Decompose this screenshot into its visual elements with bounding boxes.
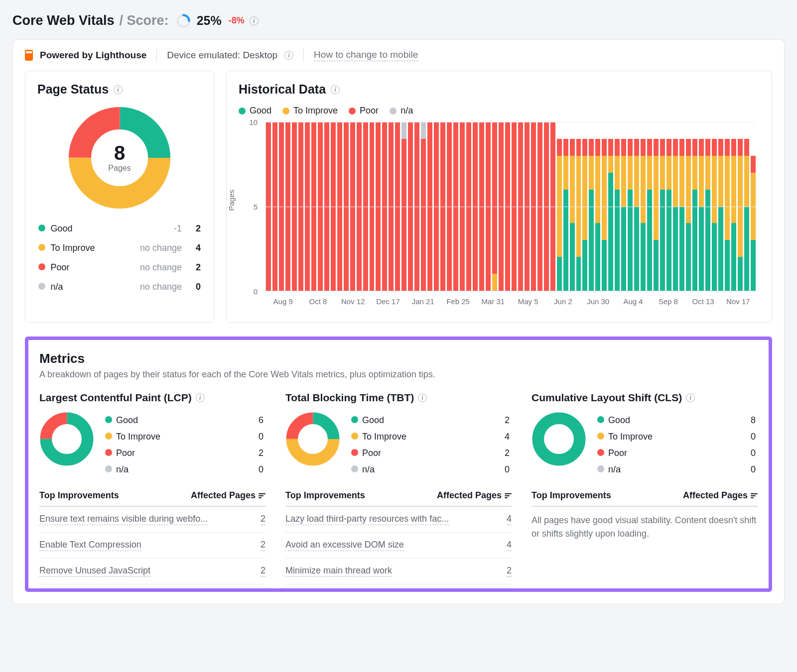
info-icon[interactable]: i: [418, 393, 427, 402]
metric-cls: Cumulative Layout Shift (CLS)iGood8To Im…: [531, 392, 758, 584]
affected-pages-value[interactable]: 2: [261, 514, 266, 525]
status-value: 2: [427, 413, 511, 428]
improvements-label: Top Improvements: [531, 490, 611, 501]
improvement-row: Avoid an excessive DOM size4: [285, 533, 512, 559]
info-icon[interactable]: i: [331, 85, 340, 94]
affected-pages-sort[interactable]: Affected Pages: [683, 490, 758, 501]
page-title: Core Web Vitals: [12, 13, 115, 28]
change-to-mobile-link[interactable]: How to change to mobile: [314, 49, 418, 61]
status-label: Good: [50, 219, 122, 238]
metric-donut: [39, 412, 94, 466]
status-label: To Improve: [115, 429, 180, 445]
info-icon[interactable]: i: [114, 85, 123, 94]
legend-label: Poor: [360, 106, 379, 116]
status-value: 0: [673, 446, 757, 461]
status-label: Poor: [115, 446, 180, 461]
status-dot-icon: [38, 244, 45, 251]
affected-pages-value[interactable]: 2: [261, 565, 266, 577]
improvement-link[interactable]: Avoid an excessive DOM size: [285, 540, 404, 551]
improvement-row: Lazy load third-party resources with fac…: [285, 507, 512, 533]
status-label: n/a: [50, 277, 122, 297]
metric-donut: [531, 412, 586, 466]
status-value: 2: [181, 446, 265, 461]
metric-title: Cumulative Layout Shift (CLS): [531, 392, 682, 404]
improvement-link[interactable]: Ensure text remains visible during webfo…: [39, 514, 208, 525]
metrics-title: Metrics: [39, 351, 758, 366]
status-value: 0: [181, 429, 265, 445]
status-dot-icon: [105, 465, 112, 472]
status-row: Good-12: [37, 219, 202, 238]
x-tick: Oct 13: [692, 297, 714, 306]
legend-label: n/a: [400, 106, 413, 116]
x-tick: May 5: [518, 297, 538, 306]
x-tick: Oct 8: [309, 297, 327, 306]
status-change: -1: [122, 219, 183, 238]
affected-pages-sort[interactable]: Affected Pages: [437, 490, 512, 501]
total-pages-number: 8: [114, 143, 125, 163]
legend-item[interactable]: Poor: [349, 106, 379, 116]
status-label: Poor: [607, 446, 672, 461]
score-percent: 25%: [197, 13, 222, 28]
x-tick: Sep 8: [659, 297, 678, 306]
x-tick: Nov 12: [341, 297, 365, 306]
sort-icon: [259, 493, 266, 498]
status-dot-icon: [351, 416, 358, 423]
improvement-link[interactable]: Remove Unused JavaScript: [39, 565, 150, 577]
affected-pages-sort[interactable]: Affected Pages: [191, 490, 266, 501]
legend-dot-icon: [390, 108, 397, 114]
improvement-row: Enable Text Compression2: [39, 533, 266, 559]
legend-dot-icon: [282, 108, 289, 114]
status-value: 0: [427, 462, 511, 477]
improvement-message: All pages have good visual stability. Co…: [531, 507, 758, 541]
legend-item[interactable]: To Improve: [282, 106, 338, 116]
affected-pages-value[interactable]: 2: [261, 540, 266, 551]
improvement-link[interactable]: Lazy load third-party resources with fac…: [285, 514, 449, 525]
x-tick: Jan 21: [412, 297, 434, 306]
y-tick: 0: [254, 287, 258, 296]
status-label: To Improve: [50, 238, 122, 258]
legend-dot-icon: [349, 108, 356, 114]
legend-label: Good: [250, 106, 271, 116]
info-icon[interactable]: i: [284, 51, 293, 60]
status-dot-icon: [597, 465, 604, 472]
metric-status-table: Good2To Improve4Poor2n/a0: [349, 412, 512, 478]
metric-title: Total Blocking Time (TBT): [285, 392, 414, 404]
affected-pages-value[interactable]: 2: [507, 565, 512, 577]
improvement-row: Ensure text remains visible during webfo…: [39, 507, 266, 533]
status-value: 0: [181, 462, 265, 477]
page-status-title: Page Status: [37, 82, 109, 97]
info-icon[interactable]: i: [686, 393, 695, 402]
status-label: Good: [607, 413, 672, 428]
info-icon[interactable]: i: [196, 393, 205, 402]
status-dot-icon: [105, 416, 112, 423]
panel-info-bar: Powered by Lighthouse Device emulated: D…: [25, 49, 772, 71]
x-tick: Dec 17: [376, 297, 400, 306]
page-status-card: Page Status i 8 Pages Good-12To Improven…: [25, 71, 214, 323]
status-change: no change: [122, 277, 183, 297]
page-status-table: Good-12To Improveno change4Poorno change…: [37, 219, 202, 297]
status-dot-icon: [351, 433, 358, 440]
status-value: 0: [183, 277, 202, 297]
y-axis-label: Pages: [227, 190, 236, 211]
status-label: To Improve: [607, 429, 672, 445]
status-dot-icon: [38, 283, 45, 290]
affected-pages-value[interactable]: 4: [507, 514, 512, 525]
x-tick: Nov 17: [726, 297, 750, 306]
improvement-link[interactable]: Minimize main thread work: [285, 565, 392, 577]
legend-item[interactable]: Good: [239, 106, 271, 116]
metric-title: Largest Contentful Paint (LCP): [39, 392, 192, 404]
improvements-label: Top Improvements: [285, 490, 365, 501]
status-value: 8: [673, 413, 757, 428]
status-dot-icon: [351, 465, 358, 472]
lighthouse-icon: [25, 50, 33, 61]
affected-pages-value[interactable]: 4: [507, 540, 512, 551]
status-dot-icon: [597, 449, 604, 456]
device-emulated-text: Device emulated: Desktop: [167, 50, 277, 61]
status-value: 0: [673, 429, 757, 445]
info-icon[interactable]: i: [250, 16, 259, 25]
status-dot-icon: [351, 449, 358, 456]
svg-point-10: [538, 418, 579, 459]
page-header: Core Web Vitals / Score: 25% -8% i: [12, 10, 785, 39]
improvement-link[interactable]: Enable Text Compression: [39, 540, 141, 551]
legend-item[interactable]: n/a: [390, 106, 413, 116]
